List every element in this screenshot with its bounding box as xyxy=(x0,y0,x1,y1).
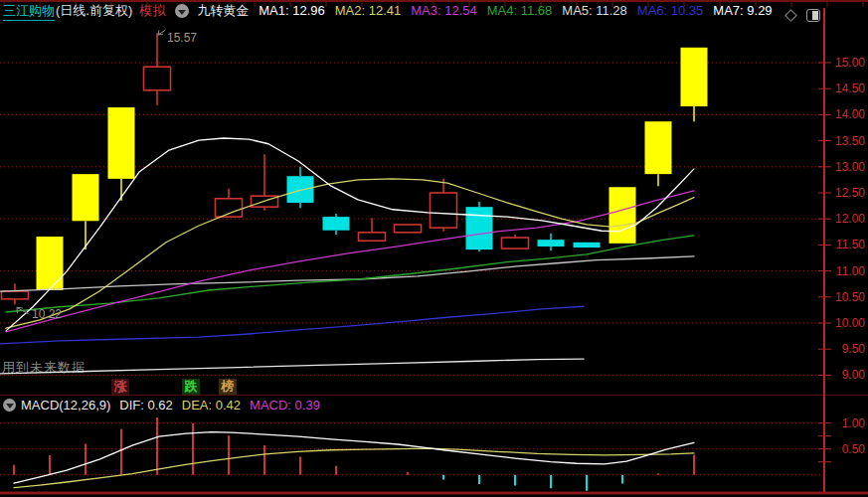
candle xyxy=(2,283,29,304)
candle xyxy=(538,234,565,250)
macd-title[interactable]: MACD(12,26,9) xyxy=(21,398,110,413)
candle xyxy=(108,107,135,201)
ma-line-ma2 xyxy=(6,179,694,328)
tab-fall[interactable]: 跌 xyxy=(182,379,200,395)
collapse-indicator-icon[interactable] xyxy=(3,399,16,412)
indicator-name-label: 九转黄金 xyxy=(197,2,249,20)
ma-readout: MA2: 12.41 xyxy=(335,3,402,18)
price-tick-label: 14.00 xyxy=(829,107,865,121)
ma-values: MA1: 12.96MA2: 12.41MA3: 12.54MA4: 11.68… xyxy=(249,2,772,20)
price-tick-label: 12.50 xyxy=(829,186,865,200)
diamond-icon[interactable] xyxy=(784,9,797,22)
candle xyxy=(359,218,386,241)
candle xyxy=(37,237,64,290)
candle xyxy=(574,243,601,248)
ma-line-ma7 xyxy=(0,359,584,374)
high-price-annotation: 15.57 xyxy=(167,31,197,45)
candle xyxy=(681,48,708,121)
ma-line-ma3 xyxy=(6,191,694,332)
ma-line-ma6 xyxy=(0,306,584,344)
ma-readout: MA6: 10.35 xyxy=(637,3,704,18)
candle xyxy=(287,167,314,208)
ma-readout: MA4: 11.68 xyxy=(487,3,553,18)
chevron-down-icon[interactable] xyxy=(175,4,189,18)
topbar-icons xyxy=(786,9,820,22)
candle xyxy=(216,189,243,217)
candle xyxy=(252,154,278,211)
high-annotation-arrow xyxy=(158,31,165,36)
period-label: (日线.前复权) xyxy=(56,2,132,20)
low-price-annotation: 10.22 xyxy=(32,307,62,321)
low-annotation-arrow xyxy=(17,308,29,315)
candle xyxy=(73,174,99,249)
candle xyxy=(645,121,672,186)
low-annotation-arrowhead xyxy=(17,308,23,313)
dea-line xyxy=(14,448,694,488)
ma-readout: MA7: 9.29 xyxy=(713,3,772,18)
tab-rise[interactable]: 涨 xyxy=(111,379,129,395)
price-tick-label: 10.00 xyxy=(829,316,865,330)
price-tick-label: 15.00 xyxy=(829,56,865,70)
macd-tick-label: 0.50 xyxy=(829,442,865,456)
split-window-icon[interactable] xyxy=(806,9,820,22)
ma-line-ma1 xyxy=(6,138,694,331)
dea-value: DEA: 0.42 xyxy=(182,398,241,413)
high-annotation-arrowhead xyxy=(158,31,163,35)
macd-value: MACD: 0.39 xyxy=(250,398,320,413)
price-tick-label: 9.00 xyxy=(829,368,865,382)
chart-canvas xyxy=(0,0,868,497)
price-tick-label: 11.50 xyxy=(829,238,865,251)
candle xyxy=(323,214,350,235)
dif-value: DIF: 0.62 xyxy=(119,398,173,413)
stock-name-label[interactable]: 三江购物 xyxy=(3,2,55,21)
tab-rank[interactable]: 榜 xyxy=(219,379,237,395)
rank-tabs: 涨 跌 榜 xyxy=(0,379,823,396)
macd-header: MACD(12,26,9) DIF: 0.62 DEA: 0.42 MACD: … xyxy=(0,397,320,413)
future-data-warning: 用到未来数据 xyxy=(2,359,86,377)
macd-tick-label: 1.00 xyxy=(829,416,865,430)
top-info-bar: 三江购物 (日线.前复权) 模拟 九转黄金 MA1: 12.96MA2: 12.… xyxy=(0,2,773,20)
dif-line xyxy=(14,432,694,483)
price-tick-label: 12.00 xyxy=(829,212,865,226)
candle xyxy=(609,187,636,244)
price-tick-label: 11.00 xyxy=(829,264,865,278)
price-tick-label: 9.50 xyxy=(829,342,865,356)
ma-line-ma5 xyxy=(0,256,694,291)
ma-readout: MA5: 11.28 xyxy=(562,3,627,18)
candle xyxy=(395,225,422,233)
ma-readout: MA1: 12.96 xyxy=(259,3,325,18)
ma-readout: MA3: 12.54 xyxy=(411,3,477,18)
price-tick-label: 13.50 xyxy=(829,134,865,148)
price-tick-label: 13.00 xyxy=(829,160,865,174)
price-tick-label: 10.50 xyxy=(829,290,865,304)
candle xyxy=(431,179,457,232)
mode-badge: 模拟 xyxy=(139,2,165,20)
candle xyxy=(502,235,529,248)
stock-chart-app: 用到未来数据 三江购物 (日线.前复权) 模拟 九转黄金 MA1: 12.96M… xyxy=(0,0,868,497)
price-tick-label: 14.50 xyxy=(829,82,865,95)
candle xyxy=(466,202,493,251)
ma-line-ma4 xyxy=(6,236,694,312)
